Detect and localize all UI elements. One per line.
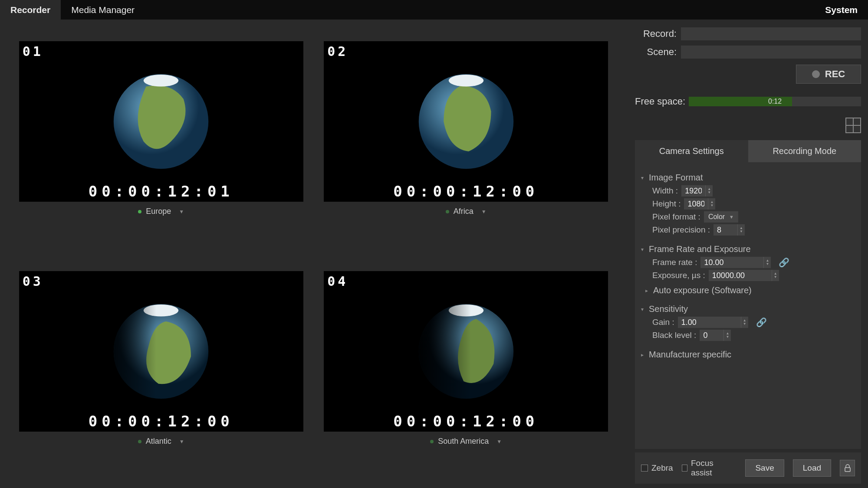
spinner-icon[interactable]: ▲▼ xyxy=(708,198,715,210)
checkbox-icon xyxy=(682,465,687,472)
camera-label-select[interactable]: Europe ▼ xyxy=(138,207,184,216)
spinner-icon[interactable]: ▲▼ xyxy=(737,224,745,236)
svg-rect-10 xyxy=(845,468,850,472)
tab-media-manager[interactable]: Media Manager xyxy=(61,0,145,20)
exposure-input[interactable] xyxy=(709,270,772,281)
globe-icon xyxy=(324,41,608,202)
pixel-format-select[interactable]: Color ▼ xyxy=(704,211,738,223)
timecode: 00:00:12:00 xyxy=(324,183,608,200)
chevron-down-icon: ▼ xyxy=(496,439,502,445)
settings-body: ▾ Image Format Width : ▲▼ Height : ▲▼ Pi… xyxy=(635,162,861,449)
chevron-down-icon: ▼ xyxy=(179,209,184,215)
triangle-right-icon: ▸ xyxy=(641,352,646,358)
camera-preview-03[interactable]: 03 00:00:12:00 xyxy=(19,271,303,432)
section-auto-exposure[interactable]: ▸ Auto exposure (Software) xyxy=(645,285,857,295)
tab-recording-mode[interactable]: Recording Mode xyxy=(748,140,861,162)
section-manufacturer[interactable]: ▸ Manufacturer specific xyxy=(641,350,857,360)
camera-number: 04 xyxy=(327,274,348,289)
camera-name: Atlantic xyxy=(146,437,171,446)
record-input[interactable] xyxy=(681,27,861,40)
timecode: 00:00:12:00 xyxy=(324,413,608,430)
camera-name: Africa xyxy=(454,207,473,216)
globe-icon xyxy=(19,271,303,432)
load-button[interactable]: Load xyxy=(793,459,831,477)
camera-label-select[interactable]: Atlantic ▼ xyxy=(138,437,184,446)
link-icon[interactable]: 🔗 xyxy=(779,257,789,268)
camera-cell-03: 03 00:00:12:00 Atlantic ▼ xyxy=(15,271,307,475)
zebra-label: Zebra xyxy=(651,463,673,473)
record-label: Record: xyxy=(635,28,677,39)
section-title: Frame Rate and Exposure xyxy=(649,244,751,254)
grid-layout-button[interactable] xyxy=(845,118,861,133)
spinner-icon[interactable]: ▲▼ xyxy=(741,317,748,328)
camera-label-select[interactable]: South America ▼ xyxy=(430,437,502,446)
pixel-format-label: Pixel format : xyxy=(652,212,700,222)
timecode: 00:00:12:00 xyxy=(19,413,303,430)
settings-tabs: Camera Settings Recording Mode xyxy=(635,140,861,162)
triangle-down-icon: ▾ xyxy=(641,246,646,252)
settings-footer: Zebra Focus assist Save Load xyxy=(635,452,861,484)
section-image-format[interactable]: ▾ Image Format xyxy=(641,173,857,183)
lock-icon xyxy=(844,464,851,472)
status-dot-icon xyxy=(138,440,141,443)
status-dot-icon xyxy=(446,210,449,213)
scene-input[interactable] xyxy=(681,46,861,59)
height-input[interactable] xyxy=(684,198,708,210)
pixel-precision-label: Pixel precision : xyxy=(652,225,710,235)
spinner-icon[interactable]: ▲▼ xyxy=(723,330,731,341)
camera-number: 02 xyxy=(327,44,348,59)
timecode: 00:00:12:01 xyxy=(19,183,303,200)
save-button[interactable]: Save xyxy=(745,459,784,477)
link-icon[interactable]: 🔗 xyxy=(756,317,767,328)
camera-preview-04[interactable]: 04 00:00:12:00 xyxy=(324,271,608,432)
camera-name: South America xyxy=(438,437,489,446)
svg-point-9 xyxy=(419,304,514,399)
free-space-value: 0:12 xyxy=(689,97,861,106)
section-frame-rate[interactable]: ▾ Frame Rate and Exposure xyxy=(641,244,857,254)
section-title: Auto exposure (Software) xyxy=(653,285,752,295)
scene-label: Scene: xyxy=(635,46,677,58)
record-icon xyxy=(812,70,820,78)
spinner-icon[interactable]: ▲▼ xyxy=(763,257,771,268)
focus-assist-checkbox[interactable]: Focus assist xyxy=(682,459,728,478)
camera-name: Europe xyxy=(146,207,171,216)
triangle-down-icon: ▾ xyxy=(641,306,646,312)
frame-rate-input[interactable] xyxy=(700,257,763,268)
camera-cell-04: 04 00:00:12:00 South America ▼ xyxy=(320,271,612,475)
svg-point-3 xyxy=(449,75,484,87)
right-panel: Record: Scene: REC Free space: 0:12 xyxy=(627,20,868,488)
camera-number: 03 xyxy=(23,274,43,289)
height-label: Height : xyxy=(652,199,681,209)
rec-button[interactable]: REC xyxy=(796,65,861,84)
chevron-down-icon: ▼ xyxy=(179,439,184,445)
width-input[interactable] xyxy=(681,185,705,197)
camera-preview-02[interactable]: 02 00:00:12:00 xyxy=(324,41,608,202)
globe-icon xyxy=(324,271,608,432)
free-space-bar: 0:12 xyxy=(689,97,861,106)
globe-icon xyxy=(19,41,303,202)
lock-button[interactable] xyxy=(840,460,855,476)
system-button[interactable]: System xyxy=(815,0,868,20)
tab-recorder[interactable]: Recorder xyxy=(0,0,61,20)
section-sensitivity[interactable]: ▾ Sensitivity xyxy=(641,304,857,314)
gain-label: Gain : xyxy=(652,318,674,327)
free-space-label: Free space: xyxy=(635,96,685,107)
black-level-input[interactable] xyxy=(700,330,723,341)
focus-assist-label: Focus assist xyxy=(691,459,728,478)
tab-camera-settings[interactable]: Camera Settings xyxy=(635,140,748,162)
camera-number: 01 xyxy=(23,44,43,59)
camera-cell-02: 02 00:00:12:00 Africa ▼ xyxy=(320,41,612,245)
pixel-precision-input[interactable] xyxy=(713,224,737,236)
frame-rate-label: Frame rate : xyxy=(652,258,697,267)
camera-label-select[interactable]: Africa ▼ xyxy=(446,207,487,216)
section-title: Manufacturer specific xyxy=(649,350,731,360)
camera-preview-01[interactable]: 01 00:00:12:01 xyxy=(19,41,303,202)
zebra-checkbox[interactable]: Zebra xyxy=(641,463,673,473)
chevron-down-icon: ▼ xyxy=(481,209,487,215)
spinner-icon[interactable]: ▲▼ xyxy=(772,270,779,281)
spinner-icon[interactable]: ▲▼ xyxy=(705,185,713,197)
width-label: Width : xyxy=(652,186,678,196)
triangle-right-icon: ▸ xyxy=(645,288,651,294)
gain-input[interactable] xyxy=(678,317,741,328)
pixel-format-value: Color xyxy=(708,213,725,221)
